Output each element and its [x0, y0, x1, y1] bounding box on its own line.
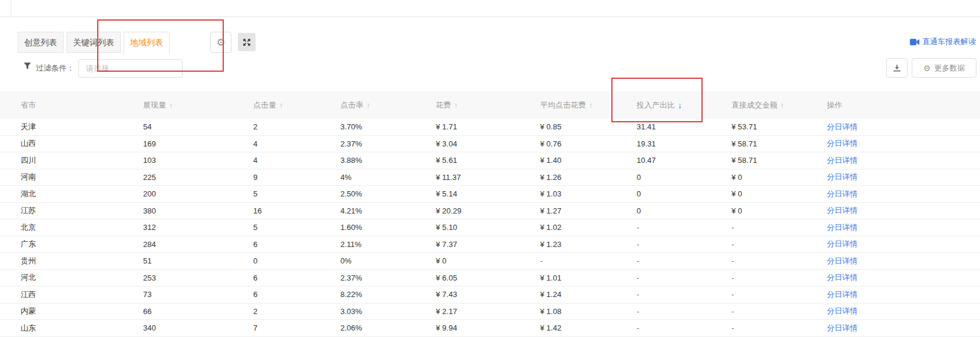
daily-detail-link[interactable]: 分日详情 [827, 239, 858, 248]
daily-detail-link[interactable]: 分日详情 [827, 290, 858, 299]
table-cell: - [637, 323, 731, 332]
more-data-button[interactable]: ⚙ 更多数据 [912, 58, 976, 78]
daily-detail-link[interactable]: 分日详情 [827, 273, 858, 282]
table-cell: 3.03% [340, 307, 436, 316]
table-cell: 4 [253, 139, 340, 148]
daily-detail-link[interactable]: 分日详情 [827, 223, 858, 232]
table-cell: 51 [143, 256, 253, 265]
tab-creative-list[interactable]: 创意列表 [18, 32, 64, 53]
table-cell: ¥ 0 [731, 206, 827, 215]
table-row: 山东34072.06%¥ 9.94¥ 1.42--分日详情 [0, 320, 980, 337]
download-button[interactable] [886, 58, 908, 78]
daily-detail-link[interactable]: 分日详情 [827, 189, 858, 198]
table-cell: - [540, 256, 637, 265]
table-cell: ¥ 1.01 [540, 273, 637, 282]
table-cell: ¥ 0 [731, 173, 827, 182]
column-header-cost[interactable]: 花费↑ [436, 100, 540, 111]
table-cell: 江苏 [21, 205, 143, 216]
table-cell: 4 [253, 156, 340, 165]
column-header-operation: 操作 [827, 100, 980, 111]
table-cell: 4.21% [340, 206, 436, 215]
column-header-roi[interactable]: 投入产出比↓ [637, 100, 731, 111]
column-label: 平均点击花费 [540, 100, 586, 111]
table-row: 四川10343.88%¥ 5.61¥ 1.4010.47¥ 58.71分日详情 [0, 152, 980, 169]
daily-detail-link[interactable]: 分日详情 [827, 256, 858, 265]
filter-select-input[interactable] [78, 59, 183, 78]
column-header-avg-click-cost[interactable]: 平均点击花费↑ [540, 100, 637, 111]
table-cell: 3.88% [340, 156, 436, 165]
table-cell: 200 [143, 189, 253, 198]
table-cell: 山西 [21, 138, 143, 149]
table-cell: - [731, 240, 827, 249]
table-cell: 0 [637, 189, 731, 198]
table-cell: 2.37% [340, 273, 436, 282]
table-cell: 河南 [21, 172, 143, 182]
daily-detail-link[interactable]: 分日详情 [827, 323, 858, 332]
sort-up-icon: ↑ [279, 101, 283, 109]
sort-up-icon: ↑ [366, 101, 370, 109]
table-row: 内蒙6623.03%¥ 2.17¥ 1.08--分日详情 [0, 303, 980, 321]
table-cell: 1.60% [340, 223, 436, 232]
table-cell-action: 分日详情 [827, 205, 980, 216]
column-settings-button[interactable]: ⚙ [210, 32, 231, 53]
table-row: 天津5423.70%¥ 1.71¥ 0.8531.41¥ 53.71分日详情 [0, 119, 980, 136]
daily-detail-link[interactable]: 分日详情 [827, 172, 858, 181]
tab-region-list[interactable]: 地域列表 [124, 32, 170, 55]
fullscreen-button[interactable] [238, 33, 256, 51]
table-cell: 2.50% [340, 189, 436, 198]
table-cell: 0% [340, 256, 436, 265]
column-label: 省市 [21, 100, 36, 111]
table-cell: 312 [143, 223, 253, 232]
column-header-impressions[interactable]: 展现量↑ [143, 100, 253, 111]
table-cell-action: 分日详情 [827, 138, 980, 149]
gear-icon: ⚙ [923, 64, 931, 72]
table-cell: 16 [253, 206, 340, 215]
table-cell: ¥ 1.08 [540, 307, 637, 316]
table-cell: - [637, 256, 731, 265]
table-cell: - [731, 290, 827, 299]
table-cell: - [637, 240, 731, 249]
column-header-ctr[interactable]: 点击率↑ [340, 100, 436, 111]
table-cell: ¥ 58.71 [731, 156, 827, 165]
table-cell: 169 [143, 139, 253, 148]
table-cell: 10.47 [637, 156, 731, 165]
table-row: 江苏380164.21%¥ 20.29¥ 1.270¥ 0分日详情 [0, 203, 980, 220]
table-cell: 2 [253, 307, 340, 316]
column-header-province: 省市 [21, 100, 143, 111]
table-cell: ¥ 1.71 [436, 122, 540, 131]
table-cell: ¥ 1.42 [540, 323, 637, 332]
daily-detail-link[interactable]: 分日详情 [827, 306, 858, 315]
column-label: 展现量 [143, 100, 166, 111]
daily-detail-link[interactable]: 分日详情 [827, 206, 858, 215]
expand-icon [243, 38, 251, 46]
table-cell: 四川 [21, 155, 143, 166]
daily-detail-link[interactable]: 分日详情 [827, 122, 858, 131]
tab-tools: ⚙ [202, 32, 256, 55]
table-cell: ¥ 1.40 [540, 156, 637, 165]
table-cell: 73 [143, 290, 253, 299]
table-cell: ¥ 1.27 [540, 206, 637, 215]
column-label: 点击率 [340, 100, 363, 111]
table-cell: 54 [143, 122, 253, 131]
table-row: 贵州5100%¥ 0---分日详情 [0, 253, 980, 270]
table-cell-action: 分日详情 [827, 189, 980, 199]
daily-detail-link[interactable]: 分日详情 [827, 139, 858, 148]
table-cell: 284 [143, 240, 253, 249]
tab-keyword-list[interactable]: 关键词列表 [67, 32, 121, 53]
table-row: 山西16942.37%¥ 3.04¥ 0.7619.31¥ 58.71分日详情 [0, 136, 980, 153]
table-cell: 天津 [21, 122, 143, 132]
table-cell: ¥ 7.37 [436, 240, 540, 249]
table-cell: ¥ 0 [731, 189, 827, 198]
table-cell: ¥ 20.29 [436, 206, 540, 215]
report-explain-link[interactable]: 直通车报表解读 [910, 36, 976, 47]
table-cell: ¥ 7.43 [436, 290, 540, 299]
table-cell: 山东 [21, 323, 143, 333]
column-header-direct-deal-amount[interactable]: 直接成交金额↑ [731, 100, 827, 111]
table-cell: 贵州 [21, 256, 143, 266]
daily-detail-link[interactable]: 分日详情 [827, 156, 858, 165]
sort-down-icon: ↓ [678, 101, 682, 110]
column-header-clicks[interactable]: 点击量↑ [253, 100, 340, 111]
table-row: 北京31251.60%¥ 5.10¥ 1.02--分日详情 [0, 219, 980, 236]
table-cell: ¥ 58.71 [731, 139, 827, 148]
table-cell: ¥ 2.17 [436, 307, 540, 316]
